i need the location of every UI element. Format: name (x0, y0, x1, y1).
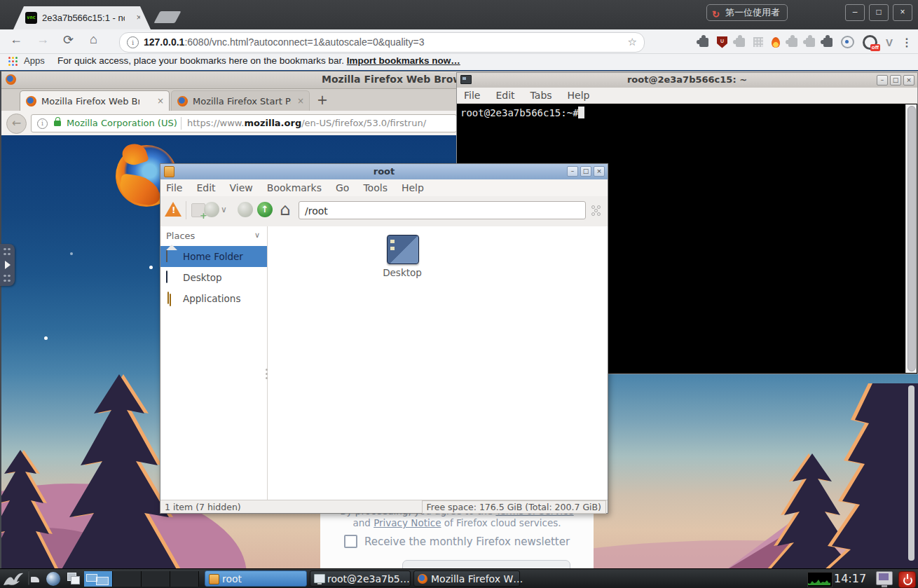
scrollbar-thumb[interactable] (907, 106, 916, 371)
apps-grid-icon[interactable] (8, 57, 18, 66)
back-icon[interactable]: ← (10, 32, 22, 47)
url-text[interactable]: 127.0.0.1:6080/vnc.html?autoconnect=1&au… (144, 36, 424, 48)
forward-icon[interactable]: → (36, 32, 49, 47)
item-count: 1 item (7 hidden) (165, 502, 241, 512)
terminal-window-controls: – □ × (877, 75, 914, 86)
screen: vnc 2e3a7b566c15:1 - nc × ↻ 第一位使用者 – □ ×… (0, 0, 918, 588)
lxde-menu-icon[interactable] (3, 571, 24, 588)
home-button[interactable]: ⌂ (280, 200, 290, 219)
screen-lock-icon[interactable] (876, 571, 893, 585)
omnibox[interactable]: i 127.0.0.1:6080/vnc.html?autoconnect=1&… (119, 32, 645, 53)
identity-info-icon[interactable]: i (37, 118, 48, 129)
task-button-firefox[interactable]: Mozilla Firefox W… (413, 570, 520, 587)
desktop-folder-icon[interactable] (387, 235, 419, 264)
firefox-back-button[interactable]: ← (6, 114, 27, 134)
chrome-tab[interactable]: vnc 2e3a7b566c15:1 - nc × (24, 6, 140, 29)
menu-tools[interactable]: Tools (363, 182, 388, 193)
menu-edit[interactable]: Edit (196, 182, 215, 193)
extension-puzzle-icon[interactable] (736, 38, 745, 47)
home-icon[interactable]: ⌂ (90, 32, 97, 47)
menu-bookmarks[interactable]: Bookmarks (267, 182, 322, 193)
new-tab-button[interactable] (153, 11, 181, 23)
close-button[interactable]: × (594, 166, 605, 177)
task-button-terminal[interactable]: root@2e3a7b5… (310, 570, 411, 587)
menu-help[interactable]: Help (568, 90, 590, 101)
web-browser-icon[interactable] (46, 572, 60, 586)
newsletter-checkbox[interactable] (344, 535, 357, 548)
firefox-tab-inactive[interactable]: Mozilla Firefox Start Pag × (171, 90, 310, 111)
profile-chip[interactable]: ↻ 第一位使用者 (706, 4, 788, 21)
close-button[interactable]: × (893, 4, 912, 21)
identity-label[interactable]: Mozilla Corporation (US) (67, 118, 177, 128)
extension-puzzle-icon[interactable] (823, 38, 833, 47)
tab-close-icon[interactable]: × (136, 12, 142, 22)
sidebar-item-home[interactable]: Home Folder (160, 246, 267, 267)
firefox-tab-active[interactable]: Mozilla Firefox Web Bro × (20, 90, 170, 111)
firefox-new-tab-icon[interactable]: + (317, 92, 328, 107)
show-desktop-icon[interactable] (28, 570, 29, 585)
flame-extension-icon[interactable] (772, 37, 780, 48)
privacy-notice-link[interactable]: Privacy Notice (374, 517, 441, 528)
extension-puzzle-icon[interactable] (699, 38, 708, 47)
chevron-down-icon[interactable]: ∨ (221, 205, 227, 214)
bookmark-star-icon[interactable]: ☆ (628, 36, 637, 48)
tab-close-icon[interactable]: × (297, 96, 304, 106)
workspace-3[interactable] (142, 571, 170, 587)
workspace-2[interactable] (113, 571, 142, 587)
page-info-icon[interactable]: i (127, 36, 139, 48)
chrome-menu-icon[interactable]: ⋮ (901, 36, 912, 49)
chat-extension-icon[interactable] (841, 36, 854, 48)
page-scrollbar-thumb[interactable] (908, 385, 914, 561)
desktop-folder-label[interactable]: Desktop (380, 267, 425, 278)
maximize-button[interactable]: □ (869, 4, 889, 21)
workspace-4[interactable] (170, 571, 199, 587)
vnc-desktop[interactable]: Mozilla Firefox Web Browser — Mozilla Fi… (0, 70, 918, 588)
maximize-button[interactable]: □ (580, 166, 591, 177)
sidebar-item-desktop[interactable]: Desktop (160, 267, 267, 288)
proxy-off-icon[interactable]: off (863, 35, 877, 50)
terminal-menu-bar: File Edit Tabs Help (457, 88, 917, 104)
menu-go[interactable]: Go (336, 182, 349, 193)
apps-label[interactable]: Apps (24, 55, 45, 66)
task-button-root[interactable]: root (205, 570, 307, 587)
new-tab-icon[interactable] (191, 203, 205, 217)
fm-file-area[interactable]: Desktop (268, 226, 608, 500)
extension-puzzle-icon[interactable] (788, 38, 797, 47)
tab-close-icon[interactable]: × (157, 96, 164, 106)
terminal-scrollbar[interactable] (905, 104, 917, 373)
ublock-shield-icon[interactable]: U (717, 36, 727, 48)
power-button[interactable] (898, 571, 916, 588)
places-header[interactable]: Places (166, 231, 195, 241)
chevron-down-icon[interactable]: ∨ (254, 231, 260, 240)
menu-tabs[interactable]: Tabs (530, 90, 552, 101)
reload-icon[interactable]: ⟳ (63, 32, 74, 48)
up-button[interactable]: ↑ (257, 202, 273, 217)
minimize-button[interactable]: – (845, 4, 865, 21)
minimize-button[interactable]: – (567, 166, 578, 177)
clock[interactable]: 14:17 (834, 572, 866, 585)
maximize-button[interactable]: □ (890, 75, 901, 86)
sidebar-item-applications[interactable]: Applications (160, 288, 267, 309)
firefox-url-bar[interactable]: i Mozilla Corporation (US) https://www.m… (31, 114, 457, 132)
vimium-icon[interactable]: V (886, 36, 893, 48)
tasks-icon[interactable] (591, 205, 602, 216)
minimize-button[interactable]: – (877, 75, 888, 86)
menu-view[interactable]: View (230, 182, 253, 193)
menu-help[interactable]: Help (402, 182, 424, 193)
menu-file[interactable]: File (464, 90, 480, 101)
workspace-1[interactable] (84, 571, 113, 587)
terminal-title-bar[interactable]: root@2e3a7b566c15: ~ – □ × (457, 73, 917, 88)
novnc-control-handle[interactable] (0, 244, 15, 286)
close-button[interactable]: × (903, 75, 914, 86)
forward-button[interactable] (238, 202, 253, 217)
fm-title-bar[interactable]: root – □ × (160, 164, 608, 180)
extension-puzzle-icon[interactable] (806, 38, 815, 47)
import-bookmarks-link[interactable]: Import bookmarks now… (347, 55, 460, 66)
back-button[interactable] (204, 202, 219, 217)
extension-grid-icon[interactable] (753, 37, 763, 47)
menu-file[interactable]: File (166, 182, 182, 193)
workspace-pager[interactable] (84, 571, 199, 587)
profile-name: 第一位使用者 (725, 7, 780, 18)
path-input[interactable]: /root (299, 201, 586, 219)
menu-edit[interactable]: Edit (495, 90, 514, 101)
